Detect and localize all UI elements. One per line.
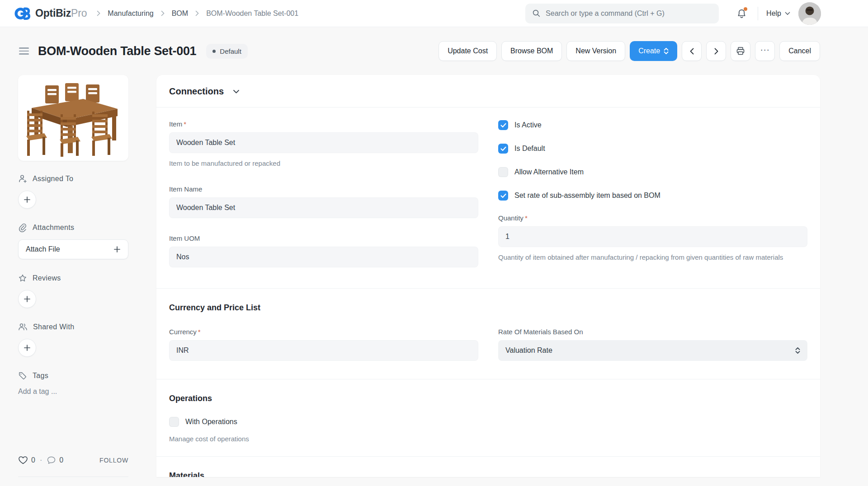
currency-label: Currency*	[169, 328, 478, 336]
chevron-up-down-icon	[664, 47, 669, 55]
currency-input[interactable]	[169, 340, 478, 361]
dot-separator: ·	[40, 456, 42, 464]
more-options-button[interactable]: ···	[755, 41, 775, 61]
required-marker: *	[184, 120, 186, 128]
connections-section-header: Connections	[156, 75, 820, 107]
global-search[interactable]	[525, 4, 719, 23]
chevron-down-icon	[233, 89, 240, 94]
update-cost-button[interactable]: Update Cost	[439, 41, 497, 61]
item-name-input[interactable]	[169, 197, 478, 218]
create-button[interactable]: Create	[630, 41, 677, 61]
notifications-bell-button[interactable]	[733, 5, 750, 22]
add-assignment-button[interactable]	[18, 191, 36, 209]
checkbox-icon	[498, 167, 508, 177]
heart-icon[interactable]	[18, 456, 28, 465]
breadcrumb: Manufacturing BOM BOM-Wooden Table Set-0…	[97, 9, 298, 18]
add-tag-field[interactable]: Add a tag ...	[18, 388, 128, 396]
follow-button[interactable]: FOLLOW	[99, 457, 128, 464]
add-review-button[interactable]	[18, 290, 36, 308]
details-right-column: Is Active Is Default Allow Alternative I…	[498, 120, 807, 284]
user-avatar[interactable]	[798, 2, 821, 25]
item-uom-label: Item UOM	[169, 234, 478, 242]
menu-hamburger-icon[interactable]	[18, 46, 30, 56]
select-arrows-icon	[795, 347, 800, 354]
allow-alternative-item-checkbox[interactable]: Allow Alternative Item	[498, 167, 807, 177]
operations-section-title: Operations	[169, 394, 807, 403]
quantity-help-text: Quantity of item obtained after manufact…	[498, 252, 807, 263]
quantity-label: Quantity*	[498, 214, 807, 222]
help-menu-button[interactable]: Help	[766, 9, 790, 18]
chevron-right-icon	[195, 10, 199, 16]
connections-title: Connections	[169, 86, 224, 97]
assigned-to-label: Assigned To	[18, 174, 128, 183]
quantity-field-group: Quantity* Quantity of item obtained afte…	[498, 214, 807, 263]
item-uom-input[interactable]	[169, 247, 478, 267]
cancel-button[interactable]: Cancel	[779, 41, 820, 61]
currency-field-group: Currency*	[169, 328, 478, 361]
printer-icon	[736, 47, 745, 56]
item-input[interactable]	[169, 132, 478, 153]
search-input[interactable]	[546, 9, 712, 18]
tags-label: Tags	[18, 371, 128, 380]
is-active-checkbox[interactable]: Is Active	[498, 120, 807, 130]
app-logo[interactable]: OptiBizPro	[14, 5, 87, 22]
attach-file-button[interactable]: Attach File	[18, 239, 128, 259]
paperclip-icon	[18, 223, 27, 232]
item-label: Item*	[169, 120, 478, 128]
item-field-group: Item* Item to be manufactured or repacke…	[169, 120, 478, 169]
quantity-input[interactable]	[498, 226, 807, 247]
details-left-column: Item* Item to be manufactured or repacke…	[169, 120, 478, 284]
with-operations-checkbox[interactable]: With Operations	[169, 417, 807, 427]
operations-section: Operations With Operations Manage cost o…	[156, 379, 820, 456]
shared-with-label: Shared With	[18, 322, 128, 332]
rate-of-materials-label: Rate Of Materials Based On	[498, 328, 807, 336]
item-uom-field-group: Item UOM	[169, 234, 478, 267]
set-rate-sub-assembly-checkbox[interactable]: Set rate of sub-assembly item based on B…	[498, 191, 807, 201]
badge-dot-icon	[212, 50, 216, 53]
plus-icon	[24, 196, 31, 203]
materials-section-title: Materials	[169, 471, 807, 477]
chevron-down-icon	[785, 12, 790, 15]
breadcrumb-manufacturing[interactable]: Manufacturing	[108, 9, 153, 18]
notification-dot	[744, 7, 747, 11]
brand-name: OptiBizPro	[35, 7, 87, 19]
checkbox-icon	[498, 191, 508, 201]
rate-of-materials-field-group: Rate Of Materials Based On Valuation Rat…	[498, 328, 807, 361]
currency-section-title: Currency and Price List	[169, 303, 807, 313]
form-card: Connections Item* Item to be manufacture…	[156, 75, 820, 477]
operations-help-text: Manage cost of operations	[169, 435, 807, 443]
browse-bom-button[interactable]: Browse BOM	[501, 41, 562, 61]
chevron-right-icon	[161, 10, 165, 16]
new-version-button[interactable]: New Version	[566, 41, 625, 61]
next-record-button[interactable]	[706, 41, 726, 61]
previous-record-button[interactable]	[682, 41, 702, 61]
required-marker: *	[525, 214, 528, 222]
reviews-label: Reviews	[18, 274, 128, 283]
add-share-button[interactable]	[18, 339, 36, 357]
top-navbar: OptiBizPro Manufacturing BOM BOM-Wooden …	[0, 0, 868, 27]
rate-of-materials-select[interactable]: Valuation Rate	[498, 340, 807, 361]
item-help-text: Item to be manufactured or repacked	[169, 159, 478, 169]
breadcrumb-bom[interactable]: BOM	[172, 9, 188, 18]
status-badge[interactable]: Default	[206, 44, 248, 59]
page-title: BOM-Wooden Table Set-001	[38, 44, 196, 58]
navbar-divider	[758, 7, 758, 20]
comment-icon[interactable]	[47, 456, 56, 465]
comments-count: 0	[59, 456, 63, 464]
plus-icon	[113, 246, 121, 253]
checkbox-icon	[169, 417, 179, 427]
plus-icon	[24, 295, 31, 303]
tag-icon	[18, 371, 27, 380]
print-button[interactable]	[731, 41, 750, 61]
document-social-row: 0 · 0 FOLLOW	[18, 456, 128, 465]
product-image[interactable]	[18, 75, 128, 161]
assign-user-icon	[18, 174, 27, 183]
page-header: BOM-Wooden Table Set-001 Default Update …	[18, 27, 820, 75]
search-icon	[533, 9, 540, 17]
collapse-connections-button[interactable]	[231, 88, 241, 96]
back-chairs	[45, 83, 99, 103]
item-name-label: Item Name	[169, 185, 478, 193]
people-icon	[18, 322, 28, 332]
breadcrumb-current: BOM-Wooden Table Set-001	[206, 9, 298, 18]
is-default-checkbox[interactable]: Is Default	[498, 144, 807, 154]
